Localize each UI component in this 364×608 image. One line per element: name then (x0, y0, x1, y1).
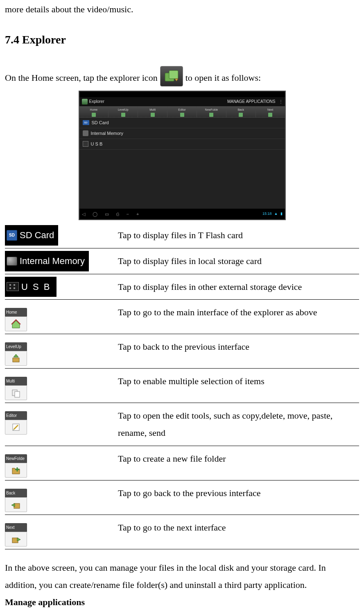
battery-icon: ▮ (280, 210, 283, 217)
table-row: SD SD Card Tap to display files in T Fla… (5, 223, 359, 248)
ss-row-label: SD Card (92, 118, 109, 127)
drive-icon (7, 257, 17, 266)
icon-cell: U S B (5, 274, 118, 300)
explorer-screenshot: Explorer MANAGE APPLICATIONS ⋮ Home Leve… (79, 91, 286, 220)
desc-cell: Tap to go to the next interface (118, 515, 359, 549)
usb-icon (83, 141, 88, 147)
ss-tool-label: Multi (149, 107, 156, 112)
icon-cell: SD SD Card (5, 223, 118, 248)
ss-clock: 15:18 (262, 210, 272, 217)
row-desc: Tap to display files in other external s… (118, 282, 302, 292)
icon-cell: Next (5, 515, 118, 549)
home-icon: ◯ (93, 210, 97, 219)
ss-row-usb: U S B (79, 139, 285, 150)
icon-cell: NewFolde (5, 446, 118, 480)
desc-cell: Tap to create a new file folder (118, 446, 359, 480)
desc-cell: Tap to enable multiple selection of item… (118, 369, 359, 403)
table-row: U S B Tap to display files in other exte… (5, 274, 359, 300)
icon-caption: Multi (5, 377, 27, 385)
icon-caption: NewFolde (5, 454, 27, 463)
desc-cell: Tap to open the edit tools, such as copy… (118, 403, 359, 446)
icon-cell: Home (5, 300, 118, 334)
ss-title-bar: Explorer MANAGE APPLICATIONS ⋮ (79, 97, 285, 106)
intro-before: On the Home screen, tap the explorer ico… (5, 69, 158, 87)
icon-caption: LevelUp (5, 342, 27, 351)
usb-icon (7, 282, 19, 291)
svg-rect-2 (13, 358, 19, 362)
ss-toolbar: Home LevelUp Multi Editor NewFolde Back … (79, 106, 285, 118)
ss-manage-apps: MANAGE APPLICATIONS ⋮ (227, 98, 283, 105)
levelup-button-icon: LevelUp (5, 342, 27, 366)
row-desc: Tap to enable multiple selection of item… (118, 376, 265, 386)
ss-row-label: U S B (91, 140, 103, 148)
ss-tool-label: LevelUp (118, 107, 129, 112)
row-desc: Tap to display files in local storage ca… (118, 256, 262, 266)
desc-cell: Tap to display files in T Flash card (118, 223, 359, 248)
desc-cell: Tap to back to the previous interface (118, 334, 359, 369)
vol-down-icon: − (127, 210, 129, 219)
row-desc: Tap to go to the main interface of the e… (118, 307, 317, 317)
sd-card-chip: SD SD Card (5, 225, 58, 246)
wifi-icon: ▲ (274, 210, 278, 217)
section-heading-text: 7.4 Explorer (5, 33, 66, 46)
desc-cell: Tap to go back to the previous interface (118, 480, 359, 515)
home-button-icon: Home (5, 308, 27, 331)
recent-icon: ▭ (105, 210, 109, 219)
icon-cell: LevelUp (5, 334, 118, 369)
top-fragment-text: more details about the video/music. (5, 4, 133, 14)
table-row: NewFolde Tap to create a new file folder (5, 446, 359, 480)
ss-app-icon (82, 99, 88, 105)
newfolder-button-icon: NewFolde (5, 454, 27, 478)
ss-clock-area: 15:18 ▲ ▮ (262, 210, 282, 217)
vol-up-icon: + (136, 210, 139, 219)
intro-line: On the Home screen, tap the explorer ico… (5, 66, 359, 87)
table-row: Back Tap to go back to the previous inte… (5, 480, 359, 515)
svg-rect-4 (15, 392, 20, 397)
closing-paragraph: In the above screen, you can manage your… (5, 559, 359, 594)
ss-tool-label: Back (237, 107, 244, 112)
icon-caption: Back (5, 489, 27, 497)
ss-tool-editor: Editor (167, 107, 197, 117)
ss-tool-home: Home (79, 107, 109, 117)
desc-cell: Tap to go to the main interface of the e… (118, 300, 359, 334)
closing-subheading: Manage applications (5, 594, 359, 608)
ss-row-sd: SD SD Card (79, 118, 285, 128)
page-fragment-top: more details about the video/music. (5, 0, 359, 18)
row-desc: Tap to go back to the previous interface (118, 488, 261, 498)
ss-nav-icons: ◁ ◯ ▭ ⎙ − + (82, 210, 139, 219)
row-desc: Tap to create a new file folder (118, 453, 226, 464)
ss-menu-icon: ⋮ (279, 98, 283, 105)
row-desc: Tap to go to the next interface (118, 522, 226, 533)
table-row: LevelUp Tap to back to the previous inte… (5, 334, 359, 369)
ss-title: Explorer (89, 98, 104, 105)
back-icon: ◁ (82, 210, 85, 219)
ss-row-label: Internal Memory (91, 129, 123, 138)
row-desc: Tap to back to the previous interface (118, 342, 249, 352)
svg-rect-1 (169, 71, 178, 79)
icon-description-table: SD SD Card Tap to display files in T Fla… (5, 223, 359, 549)
row-desc: Tap to display files in T Flash card (118, 230, 243, 240)
multi-button-icon: Multi (5, 377, 27, 400)
internal-memory-chip: Internal Memory (5, 251, 89, 271)
desc-cell: Tap to display files in other external s… (118, 274, 359, 300)
screenshot-icon: ⎙ (116, 210, 119, 219)
ss-tool-newfolder: NewFolde (197, 107, 226, 117)
ss-status-bar (79, 91, 285, 97)
icon-caption: Next (5, 523, 27, 532)
usb-chip: U S B (5, 277, 57, 297)
row-desc: Tap to open the edit tools, such as copy… (118, 410, 332, 438)
icon-cell: Back (5, 480, 118, 515)
ss-manage-label: MANAGE APPLICATIONS (227, 98, 276, 105)
closing-text-2: Manage applications (5, 597, 85, 607)
section-heading: 7.4 Explorer (5, 29, 359, 50)
sd-icon: SD (7, 230, 17, 241)
icon-caption: Editor (5, 411, 27, 420)
closing-block: In the above screen, you can manage your… (5, 559, 359, 608)
back-button-icon: Back (5, 489, 27, 512)
editor-button-icon: Editor (5, 411, 27, 435)
table-row: Internal Memory Tap to display files in … (5, 248, 359, 274)
ss-tool-label: Next (267, 107, 273, 112)
desc-cell: Tap to display files in local storage ca… (118, 248, 359, 274)
sd-icon: SD (83, 120, 89, 125)
ss-tool-label: Home (90, 107, 98, 112)
